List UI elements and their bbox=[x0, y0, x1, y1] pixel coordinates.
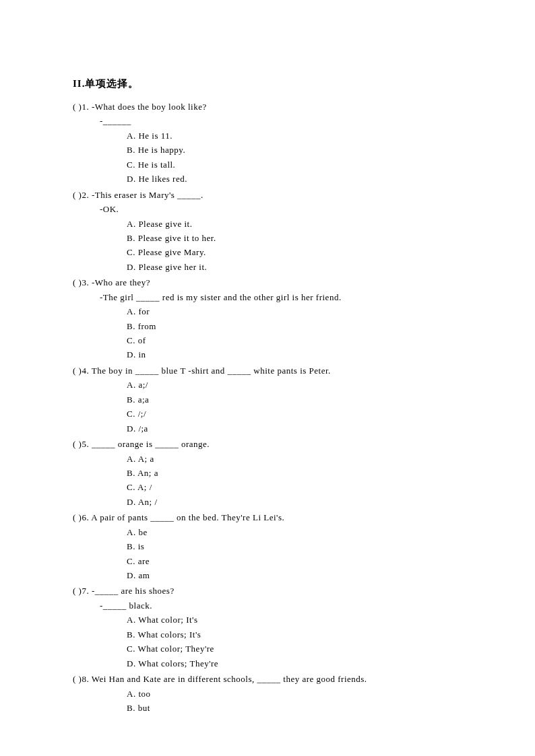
answer-option[interactable]: A. What color; It's bbox=[73, 613, 468, 627]
answer-option[interactable]: B. a;a bbox=[73, 392, 468, 407]
answer-option[interactable]: A. be bbox=[73, 525, 468, 539]
question-number: 8. bbox=[82, 674, 91, 684]
question-prompt: Wei Han and Kate are in different school… bbox=[92, 674, 367, 684]
answer-option[interactable]: D. in bbox=[73, 347, 468, 362]
question-prompt-line: ( )4. The boy in _____ blue T -shirt and… bbox=[73, 364, 468, 378]
answer-option[interactable]: C. What color; They're bbox=[73, 642, 468, 656]
answer-paren[interactable]: ( ) bbox=[73, 100, 82, 114]
question-prompt: -Who are they? bbox=[92, 277, 150, 287]
questions-container: ( )1. -What does the boy look like?-____… bbox=[73, 100, 468, 715]
answer-paren[interactable]: ( ) bbox=[73, 188, 82, 202]
question-prompt: -What does the boy look like? bbox=[92, 102, 207, 112]
answer-option[interactable]: A. He is 11. bbox=[73, 129, 468, 143]
answer-option[interactable]: B. is bbox=[73, 539, 468, 553]
question-prompt: A pair of pants _____ on the bed. They'r… bbox=[91, 512, 284, 522]
page-content: II.单项选择。 ( )1. -What does the boy look l… bbox=[0, 0, 535, 743]
answer-option[interactable]: D. Please give her it. bbox=[73, 260, 468, 274]
answer-option[interactable]: A. for bbox=[73, 304, 468, 318]
question-block: ( )5. _____ orange is _____ orange.A. A;… bbox=[73, 437, 468, 509]
answer-option[interactable]: C. /;/ bbox=[73, 407, 468, 421]
question-prompt-line: ( )5. _____ orange is _____ orange. bbox=[73, 437, 468, 451]
answer-paren[interactable]: ( ) bbox=[73, 275, 82, 289]
question-prompt: -_____ are his shoes? bbox=[92, 586, 175, 596]
answer-option[interactable]: D. He likes red. bbox=[73, 172, 468, 186]
question-block: ( )6. A pair of pants _____ on the bed. … bbox=[73, 510, 468, 582]
answer-option[interactable]: C. are bbox=[73, 554, 468, 568]
answer-option[interactable]: A. too bbox=[73, 687, 468, 701]
answer-option[interactable]: B. An; a bbox=[73, 466, 468, 480]
question-number: 1. bbox=[82, 102, 92, 112]
answer-paren[interactable]: ( ) bbox=[73, 364, 82, 378]
question-block: ( )2. -This eraser is Mary's _____.-OK.A… bbox=[73, 188, 468, 275]
answer-option[interactable]: C. Please give Mary. bbox=[73, 245, 468, 259]
answer-option[interactable]: B. Please give it to her. bbox=[73, 231, 468, 245]
question-number: 7. bbox=[82, 586, 92, 596]
question-prompt-line: ( )8. Wei Han and Kate are in different … bbox=[73, 672, 468, 686]
answer-option[interactable]: B. He is happy. bbox=[73, 143, 468, 157]
question-prompt: _____ orange is _____ orange. bbox=[92, 439, 210, 449]
answer-option[interactable]: C. He is tall. bbox=[73, 158, 468, 172]
question-block: ( )1. -What does the boy look like?-____… bbox=[73, 100, 468, 186]
question-subline: -_____ black. bbox=[73, 598, 468, 613]
answer-option[interactable]: C. of bbox=[73, 333, 468, 347]
question-number: 3. bbox=[82, 277, 92, 287]
question-block: ( )7. -_____ are his shoes?-_____ black.… bbox=[73, 584, 468, 671]
answer-option[interactable]: B. from bbox=[73, 319, 468, 333]
question-subline: -______ bbox=[73, 114, 468, 128]
question-prompt: The boy in _____ blue T -shirt and _____… bbox=[92, 366, 331, 376]
answer-paren[interactable]: ( ) bbox=[73, 672, 82, 686]
question-prompt-line: ( )6. A pair of pants _____ on the bed. … bbox=[73, 510, 468, 524]
answer-option[interactable]: B. but bbox=[73, 701, 468, 715]
question-block: ( )4. The boy in _____ blue T -shirt and… bbox=[73, 364, 468, 436]
answer-paren[interactable]: ( ) bbox=[73, 584, 82, 598]
answer-option[interactable]: D. An; / bbox=[73, 495, 468, 509]
answer-option[interactable]: D. am bbox=[73, 568, 468, 582]
question-number: 5. bbox=[82, 439, 92, 449]
answer-option[interactable]: C. A; / bbox=[73, 480, 468, 494]
answer-option[interactable]: D. /;a bbox=[73, 421, 468, 436]
answer-option[interactable]: A. a;/ bbox=[73, 378, 468, 392]
question-number: 4. bbox=[82, 366, 91, 376]
answer-paren[interactable]: ( ) bbox=[73, 510, 82, 524]
question-subline: -OK. bbox=[73, 202, 468, 216]
answer-option[interactable]: D. What colors; They're bbox=[73, 656, 468, 671]
answer-option[interactable]: B. What colors; It's bbox=[73, 627, 468, 642]
question-prompt-line: ( )2. -This eraser is Mary's _____. bbox=[73, 188, 468, 202]
answer-option[interactable]: A. Please give it. bbox=[73, 217, 468, 231]
answer-paren[interactable]: ( ) bbox=[73, 437, 82, 451]
question-prompt-line: ( )3. -Who are they? bbox=[73, 275, 468, 289]
answer-option[interactable]: A. A; a bbox=[73, 452, 468, 466]
question-number: 2. bbox=[82, 190, 92, 200]
question-number: 6. bbox=[82, 512, 91, 522]
question-prompt: -This eraser is Mary's _____. bbox=[92, 190, 203, 200]
question-block: ( )8. Wei Han and Kate are in different … bbox=[73, 672, 468, 715]
question-prompt-line: ( )1. -What does the boy look like? bbox=[73, 100, 468, 114]
question-block: ( )3. -Who are they?-The girl _____ red … bbox=[73, 275, 468, 362]
question-prompt-line: ( )7. -_____ are his shoes? bbox=[73, 584, 468, 598]
section-title: II.单项选择。 bbox=[73, 77, 468, 90]
question-subline: -The girl _____ red is my sister and the… bbox=[73, 290, 468, 304]
